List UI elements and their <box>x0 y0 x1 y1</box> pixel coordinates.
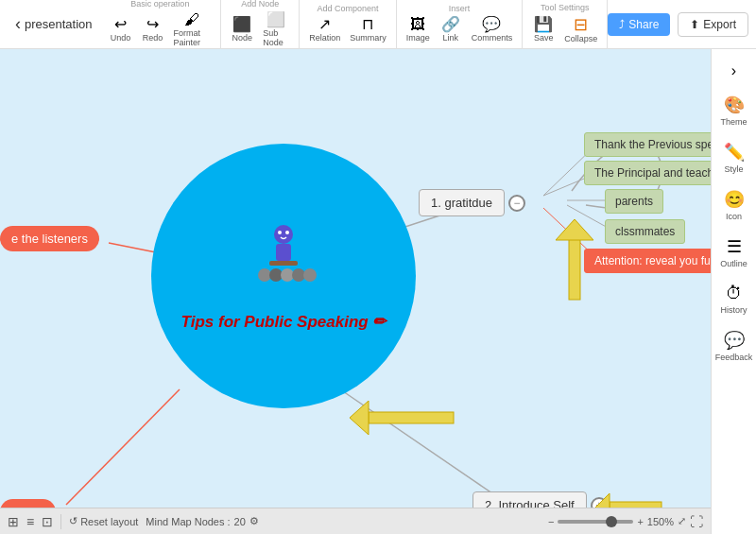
central-node[interactable]: Tips for Public Speaking ✏ <box>151 144 416 408</box>
gratitude-expand-button[interactable]: − <box>508 195 525 212</box>
collapse-icon: ⊟ <box>574 16 588 33</box>
comments-icon: 💬 <box>482 17 501 32</box>
group-label-tool-settings: Tool Settings <box>541 3 590 12</box>
history-icon: ⏱ <box>726 284 743 303</box>
redo-icon: ↪ <box>146 17 159 32</box>
group-label-basic: Basic operation <box>130 0 189 9</box>
svg-point-10 <box>278 231 282 234</box>
zoom-plus-button[interactable]: + <box>637 516 643 527</box>
svg-point-15 <box>269 268 283 282</box>
format-painter-icon: 🖌 <box>184 12 199 27</box>
group-items-insert: 🖼 Image 🔗 Link 💬 Comments <box>403 15 517 44</box>
svg-line-1 <box>109 243 156 252</box>
node-count-display: Mind Map Nodes : 20 ⚙ <box>146 515 259 527</box>
svg-point-18 <box>303 268 317 282</box>
reset-icon: ↺ <box>69 515 77 527</box>
settings-icon[interactable]: ⚙ <box>249 515 259 527</box>
subnode-4[interactable]: Attention: reveal you fu <box>584 249 711 273</box>
save-icon: 💾 <box>534 17 553 32</box>
toolbar-group-basic: Basic operation ↩ Undo ↪ Redo 🖌 Format P… <box>100 0 222 49</box>
svg-line-2 <box>66 389 180 505</box>
svg-point-14 <box>258 268 271 282</box>
summary-button[interactable]: ⊓ Summary <box>346 15 390 44</box>
subnode-parents: parents <box>605 189 663 214</box>
emoji-icon: 😊 <box>724 189 745 210</box>
style-panel-button[interactable]: ✏️ Style <box>713 136 755 180</box>
reset-layout-button[interactable]: ↺ Reset layout <box>69 515 138 527</box>
toolbar-group-add-component: Add Component ↗ Relation ⊓ Summary <box>300 0 397 49</box>
history-panel-button[interactable]: ⏱ History <box>713 278 755 320</box>
subnode-thank: Thank the Previous spe <box>584 132 711 157</box>
theme-panel-button[interactable]: 🎨 Theme <box>713 89 755 132</box>
toolbar-group-tool-settings: Tool Settings 💾 Save ⊟ Collapse <box>523 0 608 49</box>
link-button[interactable]: 🔗 Link <box>436 15 466 44</box>
fullscreen-icon[interactable]: ⛶ <box>690 514 703 529</box>
svg-rect-13 <box>269 261 298 266</box>
outline-panel-button[interactable]: ☰ Outline <box>713 231 755 274</box>
export-button[interactable]: ⬆ Export <box>678 12 748 37</box>
svg-point-17 <box>292 268 305 282</box>
group-items-basic: ↩ Undo ↪ Redo 🖌 Format Painter <box>106 10 215 49</box>
outline-icon: ☰ <box>727 236 742 257</box>
subnode-classmates: clssmmates <box>605 219 685 244</box>
left-arrow-overlay <box>350 401 463 439</box>
group-label-insert: Insert <box>449 4 471 13</box>
subnode-3[interactable]: clssmmates <box>605 219 685 244</box>
bottom-bar: ⊞ ≡ ⊡ ↺ Reset layout Mind Map Nodes : 20… <box>0 508 711 534</box>
svg-point-16 <box>281 268 294 282</box>
svg-point-11 <box>285 231 289 234</box>
node-listeners[interactable]: e the listeners <box>0 226 99 251</box>
subnode-2[interactable]: parents <box>605 189 663 214</box>
zoom-minus-button[interactable]: − <box>548 516 554 527</box>
svg-marker-21 <box>556 219 593 240</box>
icon-panel-button[interactable]: 😊 Icon <box>713 183 755 227</box>
subnode-0[interactable]: Thank the Previous spe <box>584 132 711 157</box>
link-icon: 🔗 <box>441 17 460 32</box>
collapse-button[interactable]: ⊟ Collapse <box>560 14 601 45</box>
toolbar-group-insert: Insert 🖼 Image 🔗 Link 💬 Comments <box>397 0 524 49</box>
toolbar: ‹ presentation Basic operation ↩ Undo ↪ … <box>0 0 756 49</box>
svg-rect-12 <box>276 244 291 261</box>
svg-point-9 <box>274 225 293 244</box>
toolbar-group-add-node: Add Node ⬛ Node ⬜ Sub Node <box>221 0 300 49</box>
svg-line-3 <box>340 389 510 506</box>
panel-toggle-button[interactable]: › <box>713 57 755 85</box>
node-gratitude[interactable]: 1. gratitdue − <box>419 189 525 216</box>
redo-button[interactable]: ↪ Redo <box>138 15 168 44</box>
share-button[interactable]: ⤴ Share <box>608 13 670 36</box>
undo-button[interactable]: ↩ Undo <box>106 15 136 44</box>
relation-button[interactable]: ↗ Relation <box>305 15 344 44</box>
comments-button[interactable]: 💬 Comments <box>468 15 517 44</box>
feedback-panel-button[interactable]: 💬 Feedback <box>713 324 755 368</box>
group-items-add-node: ⬛ Node ⬜ Sub Node <box>227 10 293 49</box>
sub-node-button[interactable]: ⬜ Sub Node <box>259 10 293 49</box>
app-title: presentation <box>25 17 93 31</box>
relation-icon: ↗ <box>318 17 331 32</box>
save-button[interactable]: 💾 Save <box>528 15 558 44</box>
group-items-add-component: ↗ Relation ⊓ Summary <box>305 15 390 44</box>
fit-icon[interactable]: ⤢ <box>678 515 686 527</box>
image-button[interactable]: 🖼 Image <box>403 15 434 44</box>
group-label-add-node: Add Node <box>241 0 279 9</box>
format-painter-button[interactable]: 🖌 Format Painter <box>170 10 215 49</box>
feedback-icon: 💬 <box>724 330 745 351</box>
collapse-panel-icon: › <box>731 62 736 79</box>
zoom-slider[interactable] <box>558 520 633 524</box>
right-panel: › 🎨 Theme ✏️ Style 😊 Icon ☰ Outline ⏱ Hi… <box>711 49 756 534</box>
separator-1 <box>60 514 61 529</box>
back-arrow-icon: ‹ <box>15 14 21 34</box>
list-icon[interactable]: ≡ <box>26 514 34 529</box>
expand-icon[interactable]: ⊡ <box>42 514 53 529</box>
theme-icon: 🎨 <box>724 95 745 115</box>
subnode-1[interactable]: The Principal and teach <box>584 161 711 185</box>
back-button[interactable]: ‹ presentation <box>8 10 100 38</box>
group-items-tool-settings: 💾 Save ⊟ Collapse <box>528 14 601 45</box>
toolbar-right: ⤴ Share ⬆ Export <box>608 12 748 37</box>
node-button[interactable]: ⬛ Node <box>227 15 257 44</box>
main-area: Tips for Public Speaking ✏ 1. gratitdue … <box>0 49 756 534</box>
export-icon: ⬆ <box>690 18 699 31</box>
mindmap-canvas[interactable]: Tips for Public Speaking ✏ 1. gratitdue … <box>0 49 711 534</box>
grid-icon[interactable]: ⊞ <box>8 514 19 529</box>
svg-line-7 <box>567 205 610 229</box>
zoom-controls: − + 150% ⤢ ⛶ <box>548 514 703 529</box>
